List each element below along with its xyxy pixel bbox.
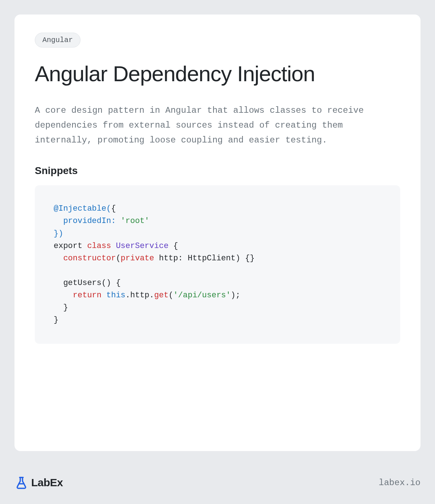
snippets-heading: Snippets xyxy=(35,165,400,177)
flask-icon xyxy=(14,476,28,489)
framework-tag: Angular xyxy=(35,33,80,47)
page-footer: LabEx labex.io xyxy=(0,466,435,504)
brand-name: LabEx xyxy=(31,476,63,489)
content-card: Angular Angular Dependency Injection A c… xyxy=(14,15,420,451)
footer-url: labex.io xyxy=(379,478,420,488)
description-text: A core design pattern in Angular that al… xyxy=(35,103,400,148)
brand-logo: LabEx xyxy=(14,476,63,489)
page-title: Angular Dependency Injection xyxy=(35,62,400,86)
code-snippet: @Injectable({ providedIn: 'root' }) expo… xyxy=(35,185,400,344)
